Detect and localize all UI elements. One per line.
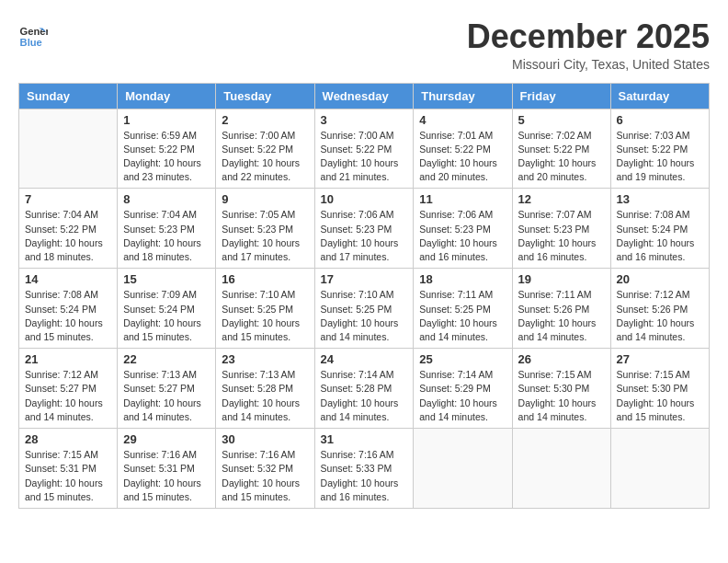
day-cell: 7Sunrise: 7:04 AM Sunset: 5:22 PM Daylig… — [19, 189, 118, 269]
day-cell: 18Sunrise: 7:11 AM Sunset: 5:25 PM Dayli… — [414, 269, 512, 349]
day-number: 5 — [518, 113, 605, 127]
weekday-header-row: SundayMondayTuesdayWednesdayThursdayFrid… — [19, 83, 710, 109]
day-cell: 5Sunrise: 7:02 AM Sunset: 5:22 PM Daylig… — [512, 109, 610, 189]
day-info: Sunrise: 7:02 AM Sunset: 5:22 PM Dayligh… — [518, 129, 605, 185]
day-info: Sunrise: 7:08 AM Sunset: 5:24 PM Dayligh… — [617, 208, 703, 264]
day-number: 27 — [617, 352, 703, 366]
day-number: 12 — [518, 192, 605, 206]
day-cell: 4Sunrise: 7:01 AM Sunset: 5:22 PM Daylig… — [414, 109, 512, 189]
day-number: 10 — [321, 192, 408, 206]
weekday-friday: Friday — [512, 83, 610, 109]
day-number: 4 — [419, 113, 506, 127]
day-number: 23 — [222, 352, 308, 366]
day-cell: 9Sunrise: 7:05 AM Sunset: 5:23 PM Daylig… — [216, 189, 314, 269]
day-number: 16 — [222, 272, 308, 286]
day-cell: 31Sunrise: 7:16 AM Sunset: 5:33 PM Dayli… — [314, 429, 414, 509]
day-number: 3 — [321, 113, 408, 127]
day-info: Sunrise: 7:06 AM Sunset: 5:23 PM Dayligh… — [321, 208, 408, 264]
day-cell: 6Sunrise: 7:03 AM Sunset: 5:22 PM Daylig… — [610, 109, 709, 189]
day-info: Sunrise: 7:04 AM Sunset: 5:22 PM Dayligh… — [25, 208, 111, 264]
logo: General Blue — [18, 22, 51, 52]
day-number: 18 — [419, 272, 506, 286]
day-info: Sunrise: 7:14 AM Sunset: 5:28 PM Dayligh… — [321, 368, 408, 424]
day-cell: 24Sunrise: 7:14 AM Sunset: 5:28 PM Dayli… — [314, 349, 414, 429]
day-number: 8 — [123, 192, 210, 206]
week-row-4: 28Sunrise: 7:15 AM Sunset: 5:31 PM Dayli… — [19, 429, 710, 509]
day-number: 11 — [419, 192, 506, 206]
day-number: 9 — [222, 192, 308, 206]
svg-text:Blue: Blue — [20, 37, 42, 48]
day-cell: 21Sunrise: 7:12 AM Sunset: 5:27 PM Dayli… — [19, 349, 118, 429]
weekday-sunday: Sunday — [19, 83, 118, 109]
day-number: 7 — [25, 192, 111, 206]
day-number: 14 — [25, 272, 111, 286]
page-header: General Blue December 2025 Missouri City… — [18, 18, 710, 75]
day-cell: 3Sunrise: 7:00 AM Sunset: 5:22 PM Daylig… — [314, 109, 414, 189]
day-info: Sunrise: 7:14 AM Sunset: 5:29 PM Dayligh… — [419, 368, 506, 424]
day-cell: 12Sunrise: 7:07 AM Sunset: 5:23 PM Dayli… — [512, 189, 610, 269]
svg-text:General: General — [20, 26, 48, 37]
week-row-2: 14Sunrise: 7:08 AM Sunset: 5:24 PM Dayli… — [19, 269, 710, 349]
day-info: Sunrise: 7:09 AM Sunset: 5:24 PM Dayligh… — [123, 288, 210, 344]
day-info: Sunrise: 7:13 AM Sunset: 5:28 PM Dayligh… — [222, 368, 308, 424]
day-cell — [414, 429, 512, 509]
day-cell: 17Sunrise: 7:10 AM Sunset: 5:25 PM Dayli… — [314, 269, 414, 349]
day-number: 2 — [222, 113, 308, 127]
day-number: 6 — [617, 113, 703, 127]
day-info: Sunrise: 7:12 AM Sunset: 5:26 PM Dayligh… — [617, 288, 703, 344]
day-info: Sunrise: 7:03 AM Sunset: 5:22 PM Dayligh… — [617, 129, 703, 185]
day-cell — [512, 429, 610, 509]
day-number: 30 — [222, 432, 308, 446]
calendar-table: SundayMondayTuesdayWednesdayThursdayFrid… — [18, 83, 710, 509]
day-cell: 16Sunrise: 7:10 AM Sunset: 5:25 PM Dayli… — [216, 269, 314, 349]
day-number: 31 — [321, 432, 408, 446]
week-row-1: 7Sunrise: 7:04 AM Sunset: 5:22 PM Daylig… — [19, 189, 710, 269]
weekday-saturday: Saturday — [610, 83, 709, 109]
calendar-body: 1Sunrise: 6:59 AM Sunset: 5:22 PM Daylig… — [19, 109, 710, 508]
day-number: 13 — [617, 192, 703, 206]
day-info: Sunrise: 7:10 AM Sunset: 5:25 PM Dayligh… — [321, 288, 408, 344]
day-cell: 8Sunrise: 7:04 AM Sunset: 5:23 PM Daylig… — [118, 189, 216, 269]
day-info: Sunrise: 6:59 AM Sunset: 5:22 PM Dayligh… — [123, 129, 210, 185]
day-number: 15 — [123, 272, 210, 286]
day-number: 19 — [518, 272, 605, 286]
day-cell: 1Sunrise: 6:59 AM Sunset: 5:22 PM Daylig… — [118, 109, 216, 189]
day-info: Sunrise: 7:01 AM Sunset: 5:22 PM Dayligh… — [419, 129, 506, 185]
day-info: Sunrise: 7:12 AM Sunset: 5:27 PM Dayligh… — [25, 368, 111, 424]
day-number: 21 — [25, 352, 111, 366]
day-number: 29 — [123, 432, 210, 446]
day-number: 25 — [419, 352, 506, 366]
day-cell: 27Sunrise: 7:15 AM Sunset: 5:30 PM Dayli… — [610, 349, 709, 429]
month-title: December 2025 — [18, 18, 710, 55]
day-cell: 30Sunrise: 7:16 AM Sunset: 5:32 PM Dayli… — [216, 429, 314, 509]
day-cell — [19, 109, 118, 189]
weekday-tuesday: Tuesday — [216, 83, 314, 109]
day-cell: 13Sunrise: 7:08 AM Sunset: 5:24 PM Dayli… — [610, 189, 709, 269]
day-info: Sunrise: 7:06 AM Sunset: 5:23 PM Dayligh… — [419, 208, 506, 264]
day-cell: 23Sunrise: 7:13 AM Sunset: 5:28 PM Dayli… — [216, 349, 314, 429]
weekday-monday: Monday — [118, 83, 216, 109]
day-info: Sunrise: 7:04 AM Sunset: 5:23 PM Dayligh… — [123, 208, 210, 264]
calendar-header: December 2025 Missouri City, Texas, Unit… — [18, 18, 710, 72]
day-number: 26 — [518, 352, 605, 366]
day-info: Sunrise: 7:05 AM Sunset: 5:23 PM Dayligh… — [222, 208, 308, 264]
day-cell: 28Sunrise: 7:15 AM Sunset: 5:31 PM Dayli… — [19, 429, 118, 509]
day-info: Sunrise: 7:15 AM Sunset: 5:30 PM Dayligh… — [617, 368, 703, 424]
day-number: 24 — [321, 352, 408, 366]
day-number: 17 — [321, 272, 408, 286]
day-info: Sunrise: 7:11 AM Sunset: 5:25 PM Dayligh… — [419, 288, 506, 344]
day-info: Sunrise: 7:10 AM Sunset: 5:25 PM Dayligh… — [222, 288, 308, 344]
logo-icon: General Blue — [18, 22, 48, 52]
day-cell: 29Sunrise: 7:16 AM Sunset: 5:31 PM Dayli… — [118, 429, 216, 509]
day-info: Sunrise: 7:16 AM Sunset: 5:31 PM Dayligh… — [123, 448, 210, 504]
day-info: Sunrise: 7:00 AM Sunset: 5:22 PM Dayligh… — [321, 129, 408, 185]
day-cell: 10Sunrise: 7:06 AM Sunset: 5:23 PM Dayli… — [314, 189, 414, 269]
day-cell: 20Sunrise: 7:12 AM Sunset: 5:26 PM Dayli… — [610, 269, 709, 349]
week-row-0: 1Sunrise: 6:59 AM Sunset: 5:22 PM Daylig… — [19, 109, 710, 189]
day-cell — [610, 429, 709, 509]
day-info: Sunrise: 7:15 AM Sunset: 5:31 PM Dayligh… — [25, 448, 111, 504]
day-number: 28 — [25, 432, 111, 446]
day-info: Sunrise: 7:00 AM Sunset: 5:22 PM Dayligh… — [222, 129, 308, 185]
day-cell: 26Sunrise: 7:15 AM Sunset: 5:30 PM Dayli… — [512, 349, 610, 429]
location-label: Missouri City, Texas, United States — [18, 57, 710, 72]
